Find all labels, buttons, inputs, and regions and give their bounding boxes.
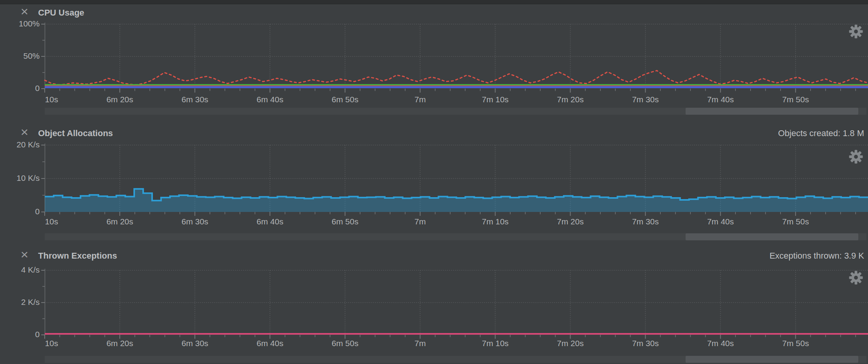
x-axis-label: 7m 30s [632, 217, 659, 226]
panel-title: Thrown Exceptions [38, 251, 117, 261]
horizontal-scrollbar[interactable] [45, 356, 866, 363]
x-axis-label: 6m 20s [107, 95, 133, 104]
close-icon[interactable]: × [18, 126, 31, 139]
x-axis-label: 7m 50s [782, 339, 809, 348]
profiler-monitor-view: × CPU Usage 6m 10s6m 20s6m 30s6m 40s6m 5… [0, 0, 868, 364]
horizontal-scrollbar[interactable] [45, 108, 866, 115]
x-axis-label: 7m 10s [482, 95, 509, 104]
y-axis-label: 10 K/s [0, 173, 40, 183]
x-axis-label: 6m 40s [257, 217, 284, 226]
thrown-exceptions-panel: × Thrown Exceptions Exceptions thrown: 3… [0, 242, 868, 364]
y-axis-label: 50% [0, 51, 40, 61]
x-axis-label: 6m 40s [257, 95, 284, 104]
x-axis-label: 6m 10s [45, 95, 58, 104]
x-axis-label: 7m 20s [557, 95, 584, 104]
time-axis: 6m 10s6m 20s6m 30s6m 40s6m 50s7m7m 10s7m… [45, 95, 868, 107]
horizontal-scrollbar[interactable] [45, 233, 866, 240]
panel-title: CPU Usage [38, 8, 84, 18]
panel-title: Object Allocations [38, 128, 113, 138]
y-axis-label: 0 [0, 84, 40, 93]
x-axis-label: 7m 40s [707, 339, 734, 348]
time-axis: 6m 10s6m 20s6m 30s6m 40s6m 50s7m7m 10s7m… [45, 217, 868, 229]
x-axis-label: 7m 10s [482, 217, 509, 226]
y-axis-label: 4 K/s [0, 265, 40, 275]
time-axis: 6m 10s6m 20s6m 30s6m 40s6m 50s7m7m 10s7m… [45, 339, 868, 350]
x-axis-label: 6m 10s [45, 339, 58, 348]
x-axis-label: 7m 20s [557, 217, 584, 226]
x-axis-label: 6m 50s [332, 95, 359, 104]
x-axis-label: 6m 30s [182, 339, 208, 348]
scrollbar-thumb[interactable] [686, 233, 858, 240]
x-axis-label: 6m 50s [332, 217, 359, 226]
x-axis-label: 6m 30s [182, 217, 208, 226]
scrollbar-thumb[interactable] [686, 356, 858, 363]
object-allocations-chart [45, 145, 868, 212]
object-allocations-panel: × Object Allocations Objects created: 1.… [0, 119, 868, 242]
exceptions-thrown-stat: Exceptions thrown: 3.9 K [770, 251, 864, 261]
thrown-exceptions-chart [45, 270, 868, 335]
x-axis-label: 7m 50s [782, 95, 809, 104]
y-axis-label: 20 K/s [0, 140, 40, 149]
close-icon[interactable]: × [18, 248, 31, 262]
x-axis-label: 6m 40s [257, 339, 284, 348]
x-axis-label: 6m 50s [332, 339, 359, 348]
close-icon[interactable]: × [18, 5, 31, 19]
cpu-usage-panel: × CPU Usage 6m 10s6m 20s6m 30s6m 40s6m 5… [0, 4, 868, 119]
x-axis-label: 6m 20s [107, 339, 133, 348]
x-axis-label: 7m 30s [632, 339, 659, 348]
y-axis-label: 0 [0, 330, 40, 339]
x-axis-label: 6m 20s [107, 217, 133, 226]
x-axis-label: 7m 10s [482, 339, 509, 348]
x-axis-label: 6m 30s [182, 95, 208, 104]
x-axis-label: 7m 20s [557, 339, 584, 348]
x-axis-label: 7m [415, 217, 426, 226]
settings-gear-icon[interactable] [849, 24, 863, 39]
x-axis-label: 6m 10s [45, 217, 58, 226]
x-axis-label: 7m [415, 339, 426, 348]
x-axis-label: 7m 40s [707, 95, 734, 104]
settings-gear-icon[interactable] [849, 270, 863, 285]
x-axis-label: 7m 30s [632, 95, 659, 104]
x-axis-label: 7m 40s [707, 217, 734, 226]
objects-created-stat: Objects created: 1.8 M [778, 128, 864, 138]
x-axis-label: 7m [415, 95, 426, 104]
settings-gear-icon[interactable] [849, 149, 863, 164]
y-axis-label: 2 K/s [0, 298, 40, 307]
cpu-usage-chart [45, 24, 868, 89]
scrollbar-thumb[interactable] [686, 108, 858, 115]
y-axis-label: 100% [0, 19, 40, 28]
y-axis-label: 0 [0, 207, 40, 216]
x-axis-label: 7m 50s [782, 217, 809, 226]
